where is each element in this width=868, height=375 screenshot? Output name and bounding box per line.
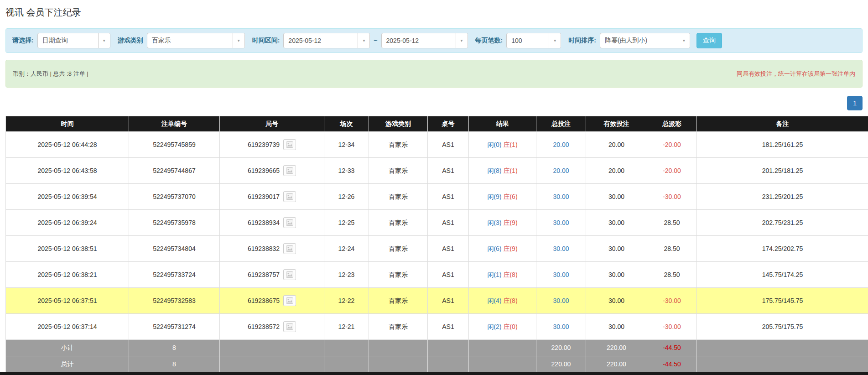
cell-total-bet[interactable]: 30.00 [536, 262, 586, 288]
table-row: 2025-05-12 06:38:21 522495733724 6192387… [6, 262, 868, 288]
round-id: 619239665 [248, 166, 280, 175]
sort-order-select[interactable]: 降幂(由大到小) ▼ [600, 33, 690, 48]
table-row: 2025-05-12 06:37:51 522495732583 6192386… [6, 288, 868, 314]
cell-session: 12-26 [324, 184, 369, 210]
cell-bet-id: 522495733724 [129, 262, 220, 288]
cell-total-bet[interactable]: 30.00 [536, 184, 586, 210]
cell-total-bet[interactable]: 20.00 [536, 132, 586, 158]
cell-total-bet[interactable]: 30.00 [536, 314, 586, 340]
date-to-select[interactable]: 2025-05-12 ▼ [381, 33, 468, 48]
search-button[interactable]: 查询 [696, 33, 722, 48]
cell-time: 2025-05-12 06:37:51 [6, 288, 129, 314]
subtotal-valid-bet: 220.00 [586, 340, 647, 356]
cell-table-no: AS1 [428, 262, 469, 288]
subtotal-total-bet: 220.00 [536, 340, 586, 356]
cell-table-no: AS1 [428, 132, 469, 158]
filter-bar: 请选择: 日期查询 ▼ 游戏类别 百家乐 ▼ 时间区间: 2025-05-12 … [5, 28, 863, 53]
total-row: 总计 8 220.00 220.00 -44.50 [6, 356, 868, 373]
date-from-value: 2025-05-12 [284, 33, 358, 48]
cell-valid-bet: 30.00 [586, 184, 647, 210]
cell-table-no: AS1 [428, 158, 469, 184]
cell-total-bet[interactable]: 30.00 [536, 210, 586, 236]
date-from-select[interactable]: 2025-05-12 ▼ [283, 33, 370, 48]
subtotal-empty-cell [369, 340, 428, 356]
result-banker: 庄(8) [503, 271, 517, 278]
cell-total-bet[interactable]: 30.00 [536, 288, 586, 314]
result-banker: 庄(8) [503, 297, 517, 304]
cell-payout: 28.50 [647, 262, 697, 288]
cell-time: 2025-05-12 06:39:24 [6, 210, 129, 236]
image-icon [286, 219, 293, 226]
cell-total-bet[interactable]: 20.00 [536, 158, 586, 184]
total-empty-cell [324, 356, 369, 373]
cell-bet-id: 522495744867 [129, 158, 220, 184]
result-banker: 庄(1) [503, 141, 517, 148]
date-range-label: 时间区间: [252, 36, 280, 45]
cell-valid-bet: 30.00 [586, 210, 647, 236]
round-replay-button[interactable] [283, 217, 296, 228]
cell-valid-bet: 30.00 [586, 314, 647, 340]
result-player: 闲(2) [487, 323, 501, 330]
cell-payout: 28.50 [647, 210, 697, 236]
result-banker: 庄(6) [503, 193, 517, 200]
cell-bet-id: 522495732583 [129, 288, 220, 314]
total-empty-cell [369, 356, 428, 373]
round-replay-button[interactable] [283, 139, 296, 150]
round-replay-button[interactable] [283, 269, 296, 280]
cell-time: 2025-05-12 06:44:28 [6, 132, 129, 158]
result-player: 闲(8) [487, 167, 501, 174]
chevron-down-icon: ▼ [358, 33, 369, 48]
cell-payout: -20.00 [647, 158, 697, 184]
round-replay-button[interactable] [283, 191, 296, 202]
cell-bet-id: 522495737070 [129, 184, 220, 210]
column-header-session: 场次 [324, 116, 369, 132]
page-size-select[interactable]: 100 ▼ [506, 33, 561, 48]
pagination-page-1-button[interactable]: 1 [847, 96, 863, 110]
round-replay-button[interactable] [283, 321, 296, 332]
round-replay-button[interactable] [283, 165, 296, 176]
cell-game-type: 百家乐 [369, 210, 428, 236]
subtotal-empty-cell [324, 340, 369, 356]
cell-remark: 175.75/145.75 [697, 288, 868, 314]
round-replay-button[interactable] [283, 243, 296, 254]
cell-round: 619239017 [220, 184, 324, 210]
column-header-game-type: 游戏类别 [369, 116, 428, 132]
select-type-label: 请选择: [12, 36, 34, 45]
result-banker: 庄(1) [503, 167, 517, 174]
cell-result: 闲(9) 庄(6) [469, 184, 536, 210]
cell-game-type: 百家乐 [369, 236, 428, 262]
cell-remark: 201.25/181.25 [697, 158, 868, 184]
result-banker: 庄(0) [503, 323, 517, 330]
cell-valid-bet: 30.00 [586, 236, 647, 262]
cell-valid-bet: 30.00 [586, 262, 647, 288]
cell-session: 12-34 [324, 132, 369, 158]
round-id: 619238675 [248, 296, 280, 305]
page-container: 视讯 会员下注纪录 请选择: 日期查询 ▼ 游戏类别 百家乐 ▼ 时间区间: 2… [0, 0, 868, 375]
footer-bar [0, 372, 868, 375]
subtotal-payout: -44.50 [647, 340, 697, 356]
game-type-select[interactable]: 百家乐 ▼ [147, 33, 245, 48]
cell-remark: 205.75/175.75 [697, 314, 868, 340]
pagination-top: 1 [5, 96, 863, 110]
cell-remark: 202.75/231.25 [697, 210, 868, 236]
cell-table-no: AS1 [428, 210, 469, 236]
cell-result: 闲(3) 庄(9) [469, 210, 536, 236]
result-player: 闲(0) [487, 141, 501, 148]
total-total-bet: 220.00 [536, 356, 586, 373]
cell-valid-bet: 30.00 [586, 288, 647, 314]
total-empty-cell [469, 356, 536, 373]
page-size-value: 100 [507, 33, 549, 48]
currency-total-text: 币别：人民币 | 总共 :8 注单 | [13, 70, 88, 78]
cell-total-bet[interactable]: 30.00 [536, 236, 586, 262]
cell-result: 闲(6) 庄(9) [469, 236, 536, 262]
records-tbody: 2025-05-12 06:44:28 522495745859 6192397… [6, 132, 868, 340]
cell-round: 619239665 [220, 158, 324, 184]
date-query-select[interactable]: 日期查询 ▼ [37, 33, 110, 48]
subtotal-empty-cell [220, 340, 324, 356]
round-replay-button[interactable] [283, 295, 296, 306]
cell-time: 2025-05-12 06:38:21 [6, 262, 129, 288]
cell-valid-bet: 20.00 [586, 158, 647, 184]
cell-session: 12-24 [324, 236, 369, 262]
column-header-remark: 备注 [697, 116, 868, 132]
result-player: 闲(9) [487, 193, 501, 200]
